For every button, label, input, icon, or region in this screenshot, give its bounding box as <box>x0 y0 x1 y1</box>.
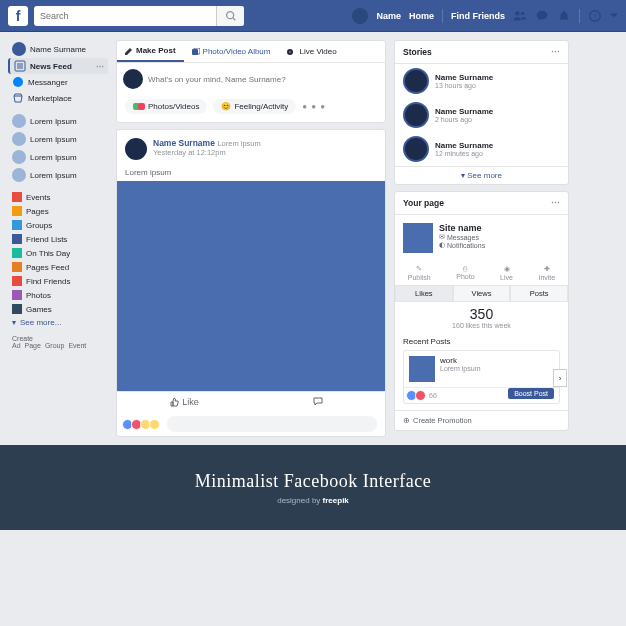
action-icon: ◉ <box>504 265 510 273</box>
create-link[interactable]: Ad <box>12 342 21 349</box>
your-page-menu[interactable]: ⋯ <box>551 198 560 208</box>
explore-icon <box>12 276 22 286</box>
sidebar-friend[interactable]: Lorem Ipsum <box>8 148 108 166</box>
comment-input[interactable] <box>167 416 377 432</box>
story-item[interactable]: Name Surname12 minutes ago <box>395 132 568 166</box>
composer-feeling[interactable]: 😊Feeling/Activity <box>213 99 296 114</box>
story-avatar <box>403 68 429 94</box>
create-link[interactable]: Group <box>45 342 64 349</box>
page-action-live[interactable]: ◉Live <box>500 265 513 281</box>
story-item[interactable]: Name Surname2 hours ago <box>395 98 568 132</box>
stories-see-more[interactable]: ▾ See more <box>395 166 568 184</box>
sidebar-friend[interactable]: Lorem Ipsum <box>8 112 108 130</box>
sidebar-item-marketplace[interactable]: Marketplace <box>8 90 108 106</box>
friend-requests-icon[interactable] <box>513 9 527 23</box>
label: Notifications <box>447 242 485 249</box>
comment-button[interactable] <box>251 392 385 412</box>
friend-label: Lorem Ipsum <box>30 171 77 180</box>
explore-icon <box>12 248 22 258</box>
tab-live-video[interactable]: Live Video <box>278 41 344 62</box>
story-name: Name Surname <box>435 107 493 116</box>
footer-title: Minimalist Facebook Interface <box>195 471 431 492</box>
page-tab-likes[interactable]: Likes <box>395 285 453 302</box>
post-author[interactable]: Name Surname <box>153 138 215 148</box>
page-notifications[interactable]: ◐Notifications <box>439 241 485 249</box>
dropdown-icon[interactable] <box>610 9 618 23</box>
label: See more <box>467 171 502 180</box>
label: Photos/Videos <box>148 102 199 111</box>
avatar <box>12 150 26 164</box>
notifications-icon[interactable] <box>557 9 571 23</box>
tab-make-post[interactable]: Make Post <box>117 41 184 62</box>
tab-label: Make Post <box>136 46 176 55</box>
sidebar-explore-item[interactable]: Pages Feed <box>8 260 108 274</box>
page-tab-views[interactable]: Views <box>453 285 511 302</box>
page-messages[interactable]: ✉Messages <box>439 233 485 241</box>
recent-post-image[interactable] <box>409 356 435 382</box>
composer-input[interactable] <box>148 75 379 84</box>
facebook-logo[interactable]: f <box>8 6 28 26</box>
sidebar-see-more[interactable]: ▾ See more... <box>8 316 108 329</box>
post-image[interactable] <box>117 181 385 391</box>
explore-label: Pages Feed <box>26 263 69 272</box>
composer-more[interactable]: ● ● ● <box>302 102 326 111</box>
create-link[interactable]: Event <box>68 342 86 349</box>
page-action-publish[interactable]: ✎Publish <box>408 265 431 281</box>
page-name[interactable]: Site name <box>439 223 485 233</box>
sidebar-friend[interactable]: Lorem Ipsum <box>8 166 108 184</box>
sidebar-item-messenger[interactable]: Messanger <box>8 74 108 90</box>
svg-point-0 <box>226 11 233 18</box>
post-avatar[interactable] <box>125 138 147 160</box>
messages-icon[interactable] <box>535 9 549 23</box>
sidebar-explore-item[interactable]: Games <box>8 302 108 316</box>
next-post-button[interactable]: › <box>553 369 567 387</box>
story-item[interactable]: Name Surname13 hours ago <box>395 64 568 98</box>
sidebar-friend[interactable]: Lorem Ipsum <box>8 130 108 148</box>
search-box[interactable] <box>34 6 244 26</box>
sidebar-item-newsfeed[interactable]: News Feed ⋯ <box>8 58 108 74</box>
label: Create Promotion <box>413 416 472 425</box>
love-reaction-icon <box>415 390 426 401</box>
header-name[interactable]: Name <box>376 11 401 21</box>
tab-photo-album[interactable]: Photo/Video Album <box>184 41 279 62</box>
action-label: Publish <box>408 274 431 281</box>
sidebar-explore-item[interactable]: Find Friends <box>8 274 108 288</box>
like-button[interactable]: Like <box>117 392 251 412</box>
header-avatar[interactable] <box>352 8 368 24</box>
sidebar-explore-item[interactable]: Friend Lists <box>8 232 108 246</box>
boost-post-button[interactable]: Boost Post <box>508 388 554 399</box>
sidebar-profile[interactable]: Name Surname <box>8 40 108 58</box>
create-promotion[interactable]: ⊕Create Promotion <box>395 410 568 430</box>
header-find-friends[interactable]: Find Friends <box>451 11 505 21</box>
create-link[interactable]: Page <box>25 342 41 349</box>
action-label: Invite <box>538 274 555 281</box>
search-input[interactable] <box>40 11 216 21</box>
sidebar-explore-item[interactable]: Groups <box>8 218 108 232</box>
page-action-photo[interactable]: ⎙Photo <box>456 265 474 281</box>
sidebar-explore-item[interactable]: Photos <box>8 288 108 302</box>
svg-text:?: ? <box>593 12 597 19</box>
story-name: Name Surname <box>435 73 493 82</box>
header-home[interactable]: Home <box>409 11 434 21</box>
wow-reaction-icon <box>149 419 160 430</box>
reaction-count: 66 <box>429 392 437 399</box>
composer-photos[interactable]: Photos/Videos <box>125 99 207 114</box>
sidebar-explore-item[interactable]: On This Day <box>8 246 108 260</box>
footer-brand[interactable]: freepik <box>323 496 349 505</box>
explore-icon <box>12 220 22 230</box>
avatar <box>12 168 26 182</box>
sidebar-explore-item[interactable]: Events <box>8 190 108 204</box>
page-thumbnail[interactable] <box>403 223 433 253</box>
page-action-invite[interactable]: ✚Invite <box>538 265 555 281</box>
help-icon[interactable]: ? <box>588 9 602 23</box>
action-label: Live <box>500 274 513 281</box>
explore-icon <box>12 304 22 314</box>
page-week-likes: 160 likes this week <box>399 322 564 329</box>
sidebar-explore-item[interactable]: Pages <box>8 204 108 218</box>
divider <box>442 9 443 23</box>
dots-icon[interactable]: ⋯ <box>96 62 104 71</box>
search-button[interactable] <box>216 6 244 26</box>
stories-menu[interactable]: ⋯ <box>551 47 560 57</box>
label: Like <box>182 397 199 407</box>
page-tab-posts[interactable]: Posts <box>510 285 568 302</box>
